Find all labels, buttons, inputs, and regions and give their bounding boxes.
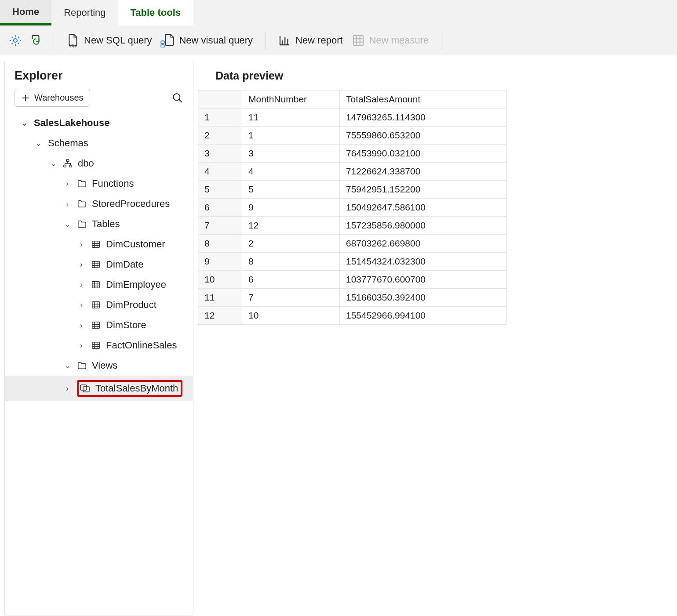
tree-table-dimproduct[interactable]: ›DimProduct <box>5 295 193 315</box>
table-row[interactable]: 98151454324.032300 <box>198 253 507 271</box>
tree-schema-dbo[interactable]: ⌄ dbo <box>5 153 193 174</box>
cell-totalsalesamount[interactable]: 157235856.980000 <box>340 217 507 235</box>
cell-totalsalesamount[interactable]: 68703262.669800 <box>340 235 507 253</box>
tree-schemas[interactable]: ⌄ Schemas <box>5 133 193 153</box>
col-totalsalesamount[interactable]: TotalSalesAmount <box>340 91 507 109</box>
table-row[interactable]: 3376453990.032100 <box>198 145 507 163</box>
new-measure-label: New measure <box>369 35 429 46</box>
schema-icon <box>63 159 73 168</box>
rownum-cell[interactable]: 1 <box>198 109 242 127</box>
tree-schema-dbo-label: dbo <box>78 158 94 169</box>
tree-table-dimcustomer[interactable]: ›DimCustomer <box>5 234 193 254</box>
cell-monthnumber[interactable]: 7 <box>242 289 340 307</box>
table-row[interactable]: 111147963265.114300 <box>198 109 507 127</box>
new-measure-button: New measure <box>351 32 430 49</box>
cell-monthnumber[interactable]: 10 <box>242 307 340 325</box>
tree-view-totalsalesbymonth[interactable]: › TotalSalesByMonth <box>5 376 193 401</box>
new-sql-query-label: New SQL query <box>84 35 152 46</box>
cell-totalsalesamount[interactable]: 147963265.114300 <box>340 109 507 127</box>
new-sql-query-button[interactable]: SQL New SQL query <box>66 32 153 49</box>
cell-totalsalesamount[interactable]: 71226624.338700 <box>340 163 507 181</box>
table-icon <box>91 341 101 350</box>
svg-rect-6 <box>66 159 69 162</box>
rownum-header[interactable] <box>198 91 242 109</box>
rownum-cell[interactable]: 12 <box>198 307 242 325</box>
tree-storedprocedures[interactable]: › StoredProcedures <box>5 194 193 214</box>
cell-totalsalesamount[interactable]: 151454324.032300 <box>340 253 507 271</box>
rownum-cell[interactable]: 11 <box>198 289 242 307</box>
rownum-cell[interactable]: 10 <box>198 271 242 289</box>
table-row[interactable]: 8268703262.669800 <box>198 235 507 253</box>
chevron-right-icon: › <box>77 301 86 310</box>
tree-views[interactable]: ⌄ Views <box>5 355 193 376</box>
ribbon-toolbar: SQL New SQL query New visual query New r… <box>0 25 677 55</box>
table-header-row: MonthNumber TotalSalesAmount <box>198 91 507 109</box>
svg-rect-3 <box>161 44 164 47</box>
table-icon <box>91 280 101 289</box>
cell-totalsalesamount[interactable]: 75942951.152200 <box>340 181 507 199</box>
tab-table-tools[interactable]: Table tools <box>118 0 193 25</box>
cell-totalsalesamount[interactable]: 150492647.586100 <box>340 199 507 217</box>
tree-table-dimemployee[interactable]: ›DimEmployee <box>5 275 193 295</box>
tab-home[interactable]: Home <box>0 0 51 25</box>
table-row[interactable]: 117151660350.392400 <box>198 289 507 307</box>
table-row[interactable]: 69150492647.586100 <box>198 199 507 217</box>
table-row[interactable]: 106103777670.600700 <box>198 271 507 289</box>
chevron-right-icon: › <box>77 260 86 269</box>
separator <box>441 31 441 50</box>
chart-icon <box>278 34 291 47</box>
svg-rect-11 <box>92 282 99 288</box>
tree-lakehouse[interactable]: ⌄ SalesLakehouse <box>5 113 193 133</box>
new-visual-query-button[interactable]: New visual query <box>160 32 254 49</box>
rownum-cell[interactable]: 5 <box>198 181 242 199</box>
rownum-cell[interactable]: 2 <box>198 127 242 145</box>
new-report-button[interactable]: New report <box>277 32 344 49</box>
rownum-cell[interactable]: 8 <box>198 235 242 253</box>
rownum-cell[interactable]: 9 <box>198 253 242 271</box>
search-icon[interactable] <box>172 92 183 104</box>
cell-monthnumber[interactable]: 8 <box>242 253 340 271</box>
cell-monthnumber[interactable]: 2 <box>242 235 340 253</box>
cell-monthnumber[interactable]: 11 <box>242 109 340 127</box>
table-row[interactable]: 4471226624.338700 <box>198 163 507 181</box>
cell-monthnumber[interactable]: 1 <box>242 127 340 145</box>
tree-tables[interactable]: ⌄ Tables <box>5 214 193 234</box>
cell-totalsalesamount[interactable]: 103777670.600700 <box>340 271 507 289</box>
rownum-cell[interactable]: 6 <box>198 199 242 217</box>
add-warehouses-button[interactable]: Warehouses <box>15 89 90 107</box>
cell-totalsalesamount[interactable]: 155452966.994100 <box>340 307 507 325</box>
tree-table-dimdate[interactable]: ›DimDate <box>5 254 193 275</box>
table-row[interactable]: 1210155452966.994100 <box>198 307 507 325</box>
cell-monthnumber[interactable]: 6 <box>242 271 340 289</box>
tree-lakehouse-label: SalesLakehouse <box>34 117 109 129</box>
table-icon <box>91 301 101 309</box>
table-row[interactable]: 5575942951.152200 <box>198 181 507 199</box>
svg-rect-8 <box>69 165 72 167</box>
refresh-icon[interactable] <box>29 34 42 47</box>
svg-rect-14 <box>92 342 99 349</box>
tree-functions[interactable]: › Functions <box>5 174 193 194</box>
rownum-cell[interactable]: 7 <box>198 217 242 235</box>
chevron-right-icon: › <box>77 240 86 249</box>
cell-monthnumber[interactable]: 5 <box>242 181 340 199</box>
rownum-cell[interactable]: 3 <box>198 145 242 163</box>
cell-totalsalesamount[interactable]: 76453990.032100 <box>340 145 507 163</box>
cell-monthnumber[interactable]: 4 <box>242 163 340 181</box>
rownum-cell[interactable]: 4 <box>198 163 242 181</box>
cell-monthnumber[interactable]: 3 <box>242 145 340 163</box>
cell-monthnumber[interactable]: 12 <box>242 217 340 235</box>
gear-icon[interactable] <box>9 34 22 47</box>
tree-table-label: FactOnlineSales <box>106 340 177 351</box>
tree-table-label: DimStore <box>106 319 146 331</box>
cell-totalsalesamount[interactable]: 151660350.392400 <box>340 289 507 307</box>
tree-table-dimstore[interactable]: ›DimStore <box>5 315 193 335</box>
table-row[interactable]: 712157235856.980000 <box>198 217 507 235</box>
cell-totalsalesamount[interactable]: 75559860.653200 <box>340 127 507 145</box>
new-visual-query-label: New visual query <box>179 35 253 46</box>
col-monthnumber[interactable]: MonthNumber <box>242 91 340 109</box>
table-row[interactable]: 2175559860.653200 <box>198 127 507 145</box>
cell-monthnumber[interactable]: 9 <box>242 199 340 217</box>
data-preview-title: Data preview <box>198 60 677 90</box>
tab-reporting[interactable]: Reporting <box>51 0 118 25</box>
tree-table-factonlinesales[interactable]: ›FactOnlineSales <box>5 335 193 355</box>
